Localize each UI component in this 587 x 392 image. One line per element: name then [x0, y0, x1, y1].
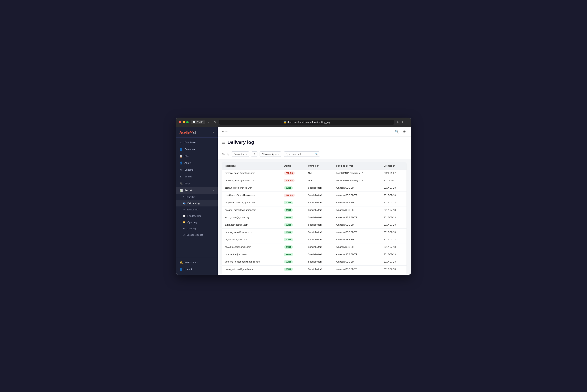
table-row: tbonventre@aol.com SENT Special offer! A… — [222, 251, 407, 258]
cell-status: SENT — [281, 258, 305, 266]
cell-server: Amazon SES SMTP — [333, 199, 381, 206]
customer-icon: 👤 — [179, 148, 183, 151]
search-icon: 🔍 — [315, 152, 318, 156]
cell-campaign: Special offer! — [305, 251, 333, 258]
sidebar-item-label: Feedback log — [187, 214, 201, 217]
traffic-lights — [179, 121, 189, 123]
cell-status: FAILED — [281, 169, 305, 177]
search-button[interactable]: 🔍 — [394, 129, 400, 134]
sidebar-item-label: Sending — [184, 168, 193, 171]
sidebar-item-notifications[interactable]: 🔔 Notifications › — [176, 259, 218, 266]
cell-status: SENT — [281, 221, 305, 228]
cell-campaign: Special offer! — [305, 243, 333, 251]
sidebar-item-bounce-log[interactable]: ↩ Bounce log — [176, 206, 218, 213]
cell-server: Amazon SES SMTP — [333, 192, 381, 199]
page-header: ☰ Delivery log — [218, 137, 411, 149]
sidebar-item-plugin[interactable]: 🔌 Plugin › — [176, 180, 218, 187]
col-recipient: Recipient — [222, 162, 281, 170]
close-button[interactable] — [179, 121, 181, 123]
chevron-icon: › — [214, 155, 214, 157]
sidebar-item-open-log[interactable]: 📂 Open log — [176, 219, 218, 226]
col-created-at: Created at — [381, 162, 407, 170]
cell-server: Amazon SES SMTP — [333, 228, 381, 236]
chevron-icon: › — [214, 176, 214, 178]
cell-recipient: teresita_gesell@hotmail.com — [222, 169, 281, 177]
cell-recipient: tayna_keirnan@gmail.com — [222, 266, 281, 273]
cell-created-at: 2017-07-13 — [381, 251, 407, 258]
unsubscribe-log-icon: ✉ — [183, 234, 185, 236]
report-icon: 📊 — [179, 189, 183, 192]
table-row: tayna_keirnan@gmail.com SENT Special off… — [222, 266, 407, 273]
cell-campaign: Special offer! — [305, 214, 333, 221]
cell-campaign: Special offer! — [305, 184, 333, 192]
sidebar-item-dashboard[interactable]: ⊙ Dashboard — [176, 139, 218, 146]
cell-recipient: tanesha_tesseneer@hotmail.com — [222, 258, 281, 266]
cell-recipient: tbonventre@aol.com — [222, 251, 281, 258]
cell-created-at: 2017-07-13 — [381, 206, 407, 214]
cell-created-at: 2020-01-07 — [381, 169, 407, 177]
back-button[interactable]: ‹ — [207, 120, 210, 124]
sidebar-item-unsubscribe-log[interactable]: ✉ Unsubscribe log — [176, 232, 218, 238]
search-input[interactable] — [284, 152, 320, 157]
table-row: shay.knieper@gmail.com SENT Special offe… — [222, 243, 407, 251]
open-log-icon: 📂 — [183, 221, 186, 224]
status-badge: SENT — [284, 216, 293, 219]
status-badge: FAILED — [284, 172, 295, 175]
sending-icon: ↺ — [179, 168, 183, 172]
sort-direction-button[interactable]: ⇅ — [251, 152, 258, 157]
logo: AcelleMail — [179, 130, 196, 134]
sidebar-item-label: Open log — [187, 221, 197, 224]
campaign-dropdown-icon: ▾ — [278, 153, 279, 156]
sidebar-item-setting[interactable]: ⚙ Setting › — [176, 173, 218, 180]
campaign-filter-button[interactable]: All campaigns ▾ — [259, 152, 281, 157]
list-icon: ☰ — [222, 140, 225, 144]
forward-button[interactable]: ↻ — [212, 120, 217, 124]
cell-created-at: 2020-01-07 — [381, 177, 407, 184]
sort-button[interactable]: Created at ▾ — [231, 152, 249, 157]
sidebar-item-label: Plan — [184, 155, 189, 158]
sidebar-item-label: Report — [184, 189, 192, 192]
sidebar-item-label: Notifications — [184, 261, 198, 264]
sort-value: Created at — [233, 153, 245, 156]
cell-server: Amazon SES SMTP — [333, 236, 381, 243]
sidebar-item-report[interactable]: 📊 Report ∨ — [176, 187, 218, 194]
hamburger-icon[interactable]: ≡ — [212, 130, 214, 134]
new-tab-icon[interactable]: + — [406, 120, 408, 124]
status-badge: SENT — [284, 246, 293, 249]
sidebar-item-customer[interactable]: 👤 Customer › — [176, 146, 218, 153]
sidebar-item-delivery-log[interactable]: 📬 Delivery log — [176, 200, 218, 206]
share-icon[interactable]: ⬆ — [401, 120, 404, 124]
breadcrumb: Home — [222, 130, 228, 133]
cell-status: FAILED — [281, 177, 305, 184]
address-bar[interactable]: 🔒 demo.acellemail.com/admin/tracking_log — [219, 120, 394, 124]
notification-icon: 🔔 — [179, 261, 183, 264]
minimize-button[interactable] — [183, 121, 185, 123]
setting-icon: ⚙ — [179, 175, 183, 178]
sidebar-item-sending[interactable]: ↺ Sending › — [176, 166, 218, 173]
sidebar-item-click-log[interactable]: 🖱 Click log — [176, 226, 218, 232]
sidebar-item-admin[interactable]: 👤 Admin › — [176, 160, 218, 166]
theme-toggle-button[interactable]: ☀ — [402, 129, 407, 134]
cell-status: SENT — [281, 273, 305, 274]
cell-campaign: Special offer! — [305, 258, 333, 266]
sidebar-item-feedback-log[interactable]: 💬 Feedback log — [176, 213, 218, 219]
sidebar-item-user[interactable]: 👤 Louis P. › — [176, 266, 218, 273]
browser-actions: ⬇ ⬆ + — [397, 120, 408, 124]
sidebar-item-blacklist[interactable]: ⊗ Blacklist — [176, 194, 218, 200]
sidebar-item-label: Admin — [184, 162, 191, 164]
cell-recipient: tcastillanos@castillanos.com — [222, 192, 281, 199]
maximize-button[interactable] — [186, 121, 189, 123]
downloads-icon[interactable]: ⬇ — [397, 120, 399, 124]
cell-recipient: stephanie.garlett@gmail.com — [222, 199, 281, 206]
sidebar-item-plan[interactable]: 📋 Plan › — [176, 153, 218, 160]
admin-icon: 👤 — [179, 162, 183, 165]
cell-campaign: Special offer! — [305, 228, 333, 236]
cell-status: SENT — [281, 228, 305, 236]
status-badge: SENT — [284, 186, 293, 190]
table-body: teresita_gesell@hotmail.com FAILED N/A L… — [222, 169, 407, 274]
cell-server: Local SMTP Power@MTA — [333, 177, 381, 184]
cell-campaign: Special offer! — [305, 266, 333, 273]
status-badge: SENT — [284, 208, 293, 212]
cell-status: SENT — [281, 266, 305, 273]
cell-recipient: shay.knieper@gmail.com — [222, 243, 281, 251]
